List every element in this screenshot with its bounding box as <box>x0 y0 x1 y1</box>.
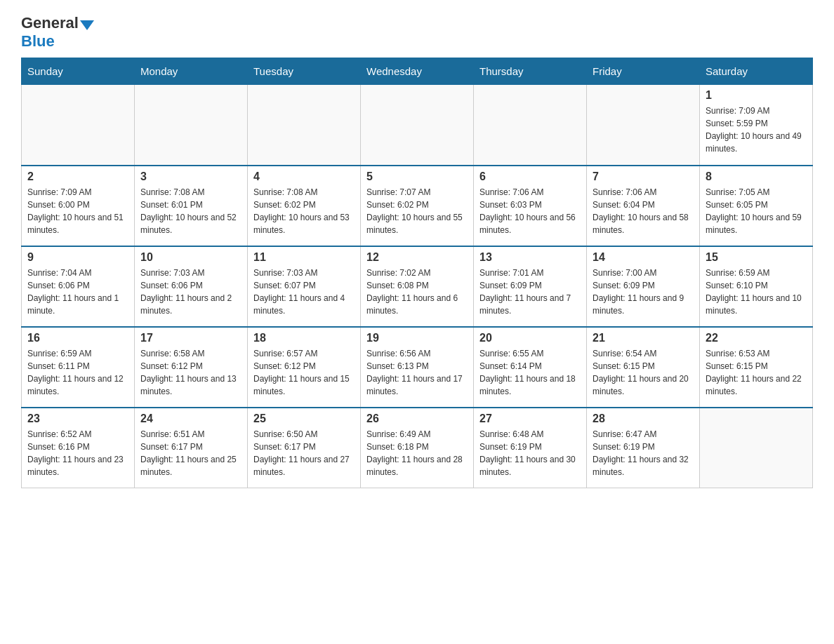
day-number: 23 <box>27 412 128 425</box>
calendar-cell <box>135 85 248 166</box>
calendar-cell: 20Sunrise: 6:55 AM Sunset: 6:14 PM Dayli… <box>474 327 587 408</box>
calendar-cell: 19Sunrise: 6:56 AM Sunset: 6:13 PM Dayli… <box>361 327 474 408</box>
calendar-cell: 15Sunrise: 6:59 AM Sunset: 6:10 PM Dayli… <box>700 246 813 327</box>
calendar-week-row: 1Sunrise: 7:09 AM Sunset: 5:59 PM Daylig… <box>22 85 813 166</box>
calendar-cell: 27Sunrise: 6:48 AM Sunset: 6:19 PM Dayli… <box>474 408 587 488</box>
calendar-header-friday: Friday <box>587 58 700 85</box>
calendar-header-sunday: Sunday <box>22 58 135 85</box>
day-info: Sunrise: 6:58 AM Sunset: 6:12 PM Dayligh… <box>140 347 241 398</box>
day-info: Sunrise: 7:00 AM Sunset: 6:09 PM Dayligh… <box>593 267 694 317</box>
calendar-header-thursday: Thursday <box>474 58 587 85</box>
calendar-table: SundayMondayTuesdayWednesdayThursdayFrid… <box>21 58 813 488</box>
calendar-cell: 1Sunrise: 7:09 AM Sunset: 5:59 PM Daylig… <box>700 85 813 166</box>
day-number: 8 <box>706 170 807 183</box>
logo-general-text: General <box>21 14 79 32</box>
day-number: 22 <box>706 332 807 344</box>
day-number: 1 <box>706 89 807 102</box>
calendar-cell: 25Sunrise: 6:50 AM Sunset: 6:17 PM Dayli… <box>248 408 361 488</box>
calendar-cell: 21Sunrise: 6:54 AM Sunset: 6:15 PM Dayli… <box>587 327 700 408</box>
day-number: 2 <box>27 170 128 183</box>
day-number: 17 <box>140 332 241 344</box>
day-number: 20 <box>479 332 581 344</box>
day-number: 19 <box>366 332 468 344</box>
calendar-cell <box>474 85 587 166</box>
calendar-header-tuesday: Tuesday <box>248 58 361 85</box>
calendar-cell <box>700 408 813 488</box>
day-number: 28 <box>593 412 694 425</box>
logo: General Blue <box>21 14 94 51</box>
day-number: 3 <box>140 170 241 183</box>
day-info: Sunrise: 6:56 AM Sunset: 6:13 PM Dayligh… <box>366 347 468 398</box>
day-info: Sunrise: 7:09 AM Sunset: 5:59 PM Dayligh… <box>706 105 807 155</box>
calendar-header-saturday: Saturday <box>700 58 813 85</box>
day-info: Sunrise: 6:54 AM Sunset: 6:15 PM Dayligh… <box>593 347 694 398</box>
calendar-cell: 16Sunrise: 6:59 AM Sunset: 6:11 PM Dayli… <box>22 327 135 408</box>
calendar-cell: 26Sunrise: 6:49 AM Sunset: 6:18 PM Dayli… <box>361 408 474 488</box>
day-info: Sunrise: 7:01 AM Sunset: 6:09 PM Dayligh… <box>479 267 581 317</box>
logo-top-line: General <box>21 14 94 32</box>
calendar-cell: 17Sunrise: 6:58 AM Sunset: 6:12 PM Dayli… <box>135 327 248 408</box>
day-info: Sunrise: 7:08 AM Sunset: 6:02 PM Dayligh… <box>253 186 355 236</box>
calendar-cell: 14Sunrise: 7:00 AM Sunset: 6:09 PM Dayli… <box>587 246 700 327</box>
day-info: Sunrise: 7:08 AM Sunset: 6:01 PM Dayligh… <box>140 186 241 236</box>
day-number: 27 <box>479 412 581 425</box>
day-number: 18 <box>253 332 355 344</box>
calendar-cell <box>22 85 135 166</box>
calendar-cell: 12Sunrise: 7:02 AM Sunset: 6:08 PM Dayli… <box>361 246 474 327</box>
day-number: 13 <box>479 251 581 264</box>
day-info: Sunrise: 7:03 AM Sunset: 6:07 PM Dayligh… <box>253 267 355 317</box>
day-number: 24 <box>140 412 241 425</box>
day-number: 6 <box>479 170 581 183</box>
day-number: 11 <box>253 251 355 264</box>
calendar-cell: 4Sunrise: 7:08 AM Sunset: 6:02 PM Daylig… <box>248 166 361 246</box>
calendar-cell <box>361 85 474 166</box>
day-number: 9 <box>27 251 128 264</box>
day-info: Sunrise: 6:53 AM Sunset: 6:15 PM Dayligh… <box>706 347 807 398</box>
day-number: 5 <box>366 170 468 183</box>
calendar-cell: 10Sunrise: 7:03 AM Sunset: 6:06 PM Dayli… <box>135 246 248 327</box>
calendar-cell: 2Sunrise: 7:09 AM Sunset: 6:00 PM Daylig… <box>22 166 135 246</box>
calendar-header-row: SundayMondayTuesdayWednesdayThursdayFrid… <box>22 58 813 85</box>
calendar-week-row: 16Sunrise: 6:59 AM Sunset: 6:11 PM Dayli… <box>22 327 813 408</box>
calendar-cell: 18Sunrise: 6:57 AM Sunset: 6:12 PM Dayli… <box>248 327 361 408</box>
calendar-cell: 3Sunrise: 7:08 AM Sunset: 6:01 PM Daylig… <box>135 166 248 246</box>
day-number: 4 <box>253 170 355 183</box>
day-info: Sunrise: 7:07 AM Sunset: 6:02 PM Dayligh… <box>366 186 468 236</box>
calendar-cell: 23Sunrise: 6:52 AM Sunset: 6:16 PM Dayli… <box>22 408 135 488</box>
day-info: Sunrise: 7:05 AM Sunset: 6:05 PM Dayligh… <box>706 186 807 236</box>
calendar-cell: 6Sunrise: 7:06 AM Sunset: 6:03 PM Daylig… <box>474 166 587 246</box>
day-info: Sunrise: 6:59 AM Sunset: 6:10 PM Dayligh… <box>706 267 807 317</box>
calendar-cell: 9Sunrise: 7:04 AM Sunset: 6:06 PM Daylig… <box>22 246 135 327</box>
day-info: Sunrise: 6:47 AM Sunset: 6:19 PM Dayligh… <box>593 428 694 478</box>
day-number: 12 <box>366 251 468 264</box>
day-number: 16 <box>27 332 128 344</box>
day-info: Sunrise: 6:48 AM Sunset: 6:19 PM Dayligh… <box>479 428 581 478</box>
day-info: Sunrise: 7:06 AM Sunset: 6:03 PM Dayligh… <box>479 186 581 236</box>
page-header: General Blue <box>21 14 813 51</box>
day-info: Sunrise: 6:49 AM Sunset: 6:18 PM Dayligh… <box>366 428 468 478</box>
day-info: Sunrise: 6:59 AM Sunset: 6:11 PM Dayligh… <box>27 347 128 398</box>
calendar-week-row: 9Sunrise: 7:04 AM Sunset: 6:06 PM Daylig… <box>22 246 813 327</box>
day-number: 7 <box>593 170 694 183</box>
calendar-cell: 13Sunrise: 7:01 AM Sunset: 6:09 PM Dayli… <box>474 246 587 327</box>
calendar-cell: 28Sunrise: 6:47 AM Sunset: 6:19 PM Dayli… <box>587 408 700 488</box>
day-info: Sunrise: 7:09 AM Sunset: 6:00 PM Dayligh… <box>27 186 128 236</box>
calendar-cell: 22Sunrise: 6:53 AM Sunset: 6:15 PM Dayli… <box>700 327 813 408</box>
calendar-cell <box>248 85 361 166</box>
day-info: Sunrise: 7:06 AM Sunset: 6:04 PM Dayligh… <box>593 186 694 236</box>
calendar-header-wednesday: Wednesday <box>361 58 474 85</box>
calendar-week-row: 2Sunrise: 7:09 AM Sunset: 6:00 PM Daylig… <box>22 166 813 246</box>
day-info: Sunrise: 7:03 AM Sunset: 6:06 PM Dayligh… <box>140 267 241 317</box>
calendar-cell: 8Sunrise: 7:05 AM Sunset: 6:05 PM Daylig… <box>700 166 813 246</box>
logo-blue-text: Blue <box>21 32 55 50</box>
day-number: 10 <box>140 251 241 264</box>
day-info: Sunrise: 6:57 AM Sunset: 6:12 PM Dayligh… <box>253 347 355 398</box>
calendar-header-monday: Monday <box>135 58 248 85</box>
day-number: 26 <box>366 412 468 425</box>
day-number: 15 <box>706 251 807 264</box>
calendar-cell: 5Sunrise: 7:07 AM Sunset: 6:02 PM Daylig… <box>361 166 474 246</box>
day-number: 25 <box>253 412 355 425</box>
day-info: Sunrise: 6:52 AM Sunset: 6:16 PM Dayligh… <box>27 428 128 478</box>
day-info: Sunrise: 6:55 AM Sunset: 6:14 PM Dayligh… <box>479 347 581 398</box>
day-info: Sunrise: 6:50 AM Sunset: 6:17 PM Dayligh… <box>253 428 355 478</box>
